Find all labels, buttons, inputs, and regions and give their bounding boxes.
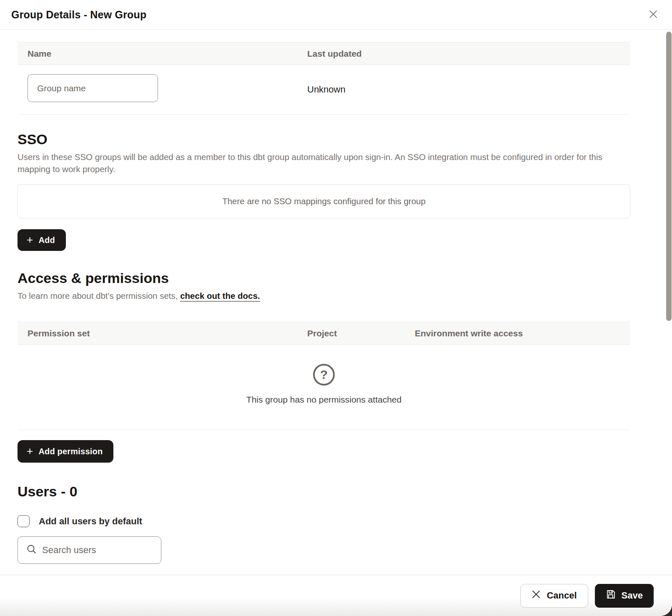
permissions-heading: Access & permissions xyxy=(18,270,630,286)
column-header-name: Name xyxy=(28,49,51,59)
modal-footer: Cancel Save xyxy=(0,575,672,616)
add-permission-button[interactable]: + Add permission xyxy=(18,440,113,463)
add-all-users-row: Add all users by default xyxy=(18,515,630,527)
permissions-description: To learn more about dbt's permission set… xyxy=(18,290,630,302)
cancel-button-label: Cancel xyxy=(547,590,577,601)
group-details-modal: Group Details - New Group Name Last upda… xyxy=(0,0,672,616)
question-mark-glyph: ? xyxy=(320,368,328,382)
sso-heading: SSO xyxy=(18,131,630,147)
name-table-row: Unknown xyxy=(18,65,630,115)
page-title: Group Details - New Group xyxy=(11,9,146,21)
sso-empty-message: There are no SSO mappings configured for… xyxy=(222,196,426,206)
column-header-last-updated: Last updated xyxy=(307,49,362,59)
column-header-permission-set: Permission set xyxy=(28,328,90,338)
save-button-label: Save xyxy=(622,590,643,601)
close-icon xyxy=(648,9,658,20)
close-button[interactable] xyxy=(644,6,662,23)
permissions-empty-state: ? This group has no permissions attached xyxy=(18,345,630,430)
docs-link[interactable]: check out the docs. xyxy=(180,291,260,302)
add-all-users-label: Add all users by default xyxy=(39,516,142,527)
add-permission-button-label: Add permission xyxy=(38,447,103,456)
permissions-empty-message: This group has no permissions attached xyxy=(246,394,401,406)
users-heading: Users - 0 xyxy=(18,483,630,499)
vertical-scrollbar[interactable] xyxy=(666,32,672,321)
group-name-input[interactable] xyxy=(28,74,158,102)
cancel-x-icon xyxy=(532,590,541,601)
permissions-description-text: To learn more about dbt's permission set… xyxy=(18,291,180,300)
modal-content: Name Last updated Unknown SSO Users in t… xyxy=(0,30,672,564)
modal-header: Group Details - New Group xyxy=(0,0,672,30)
permissions-table-header: Permission set Project Environment write… xyxy=(18,322,630,345)
column-header-project: Project xyxy=(307,328,337,338)
question-mark-icon: ? xyxy=(313,364,335,386)
cancel-button[interactable]: Cancel xyxy=(520,584,588,608)
save-floppy-icon xyxy=(606,589,616,602)
search-icon xyxy=(18,544,37,556)
sso-empty-state: There are no SSO mappings configured for… xyxy=(18,184,630,218)
name-table-header: Name Last updated xyxy=(18,42,630,65)
add-sso-mapping-button[interactable]: + Add xyxy=(18,229,66,251)
plus-icon: + xyxy=(27,446,33,456)
add-all-users-checkbox[interactable] xyxy=(18,515,30,527)
plus-icon: + xyxy=(27,234,33,245)
column-header-environment-write-access: Environment write access xyxy=(415,328,523,338)
save-button[interactable]: Save xyxy=(595,584,654,608)
last-updated-value: Unknown xyxy=(307,84,346,95)
search-users-box xyxy=(18,536,161,564)
search-users-input[interactable] xyxy=(42,545,155,556)
add-sso-button-label: Add xyxy=(38,235,55,245)
sso-description: Users in these SSO groups will be added … xyxy=(18,151,629,175)
